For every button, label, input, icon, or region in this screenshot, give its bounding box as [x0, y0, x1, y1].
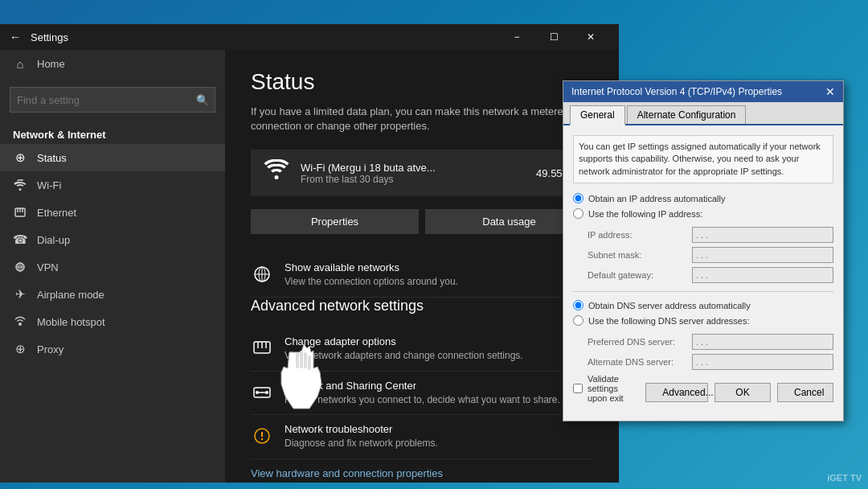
manual-dns-row: Use the following DNS server addresses:	[573, 315, 833, 326]
airplane-icon: ✈	[13, 287, 27, 302]
watermark: iGET TV	[827, 473, 862, 483]
auto-dns-label: Obtain DNS server address automatically	[588, 301, 751, 310]
cancel-button[interactable]: Cancel	[777, 383, 833, 402]
home-icon: ⌂	[13, 56, 27, 71]
maximize-button[interactable]: ☐	[535, 24, 572, 50]
manual-dns-label: Use the following DNS server addresses:	[588, 316, 750, 326]
svg-point-23	[261, 438, 263, 440]
sidebar-label-proxy: Proxy	[37, 343, 63, 355]
change-adapter-item[interactable]: Change adapter options View network adap…	[251, 327, 593, 372]
change-adapter-text: Change adapter options View network adap…	[285, 335, 523, 363]
vpn-icon	[13, 260, 27, 274]
tcp-tabs: General Alternate Configuration	[563, 102, 843, 125]
tab-alternate[interactable]: Alternate Configuration	[627, 105, 747, 124]
desktop: ← Settings − ☐ ✕ ⌂ Home 🔍	[0, 0, 868, 489]
page-subtitle: If you have a limited data plan, you can…	[251, 105, 572, 134]
tcp-dialog: Internet Protocol Version 4 (TCP/IPv4) P…	[563, 80, 844, 421]
main-content: Status If you have a limited data plan, …	[225, 50, 619, 483]
sidebar-item-status[interactable]: ⊕ Status	[0, 144, 225, 171]
sidebar-item-ethernet[interactable]: Ethernet	[0, 199, 225, 226]
close-button[interactable]: ✕	[572, 24, 609, 50]
properties-button[interactable]: Properties	[251, 209, 419, 234]
sidebar-item-hotspot[interactable]: Mobile hotspot	[0, 308, 225, 335]
hardware-link[interactable]: View hardware and connection properties	[251, 459, 443, 483]
manual-ip-radio[interactable]	[573, 208, 583, 219]
preferred-dns-row: Preferred DNS server:	[573, 334, 833, 350]
show-networks-item[interactable]: Show available networks View the connect…	[251, 253, 593, 298]
tcp-description: You can get IP settings assigned automat…	[573, 135, 833, 183]
minimize-button[interactable]: −	[498, 24, 535, 50]
alternate-dns-row: Alternate DNS server:	[573, 354, 833, 370]
auto-dns-radio[interactable]	[573, 300, 583, 310]
validate-checkbox[interactable]	[573, 384, 583, 393]
tcp-close-button[interactable]: ✕	[825, 86, 835, 97]
sharing-center-item[interactable]: Network and Sharing Center For the netwo…	[251, 372, 593, 416]
troubleshooter-title: Network troubleshooter	[285, 423, 438, 435]
sharing-icon	[251, 381, 273, 404]
auto-ip-radio[interactable]	[573, 193, 583, 203]
manual-dns-radio[interactable]	[573, 315, 583, 326]
dns-radio-group: Obtain DNS server address automatically …	[573, 300, 833, 326]
sidebar-item-dialup[interactable]: ☎ Dial-up	[0, 226, 225, 253]
sidebar-item-proxy[interactable]: ⊕ Proxy	[0, 335, 225, 363]
troubleshooter-desc: Diagnose and fix network problems.	[285, 438, 438, 450]
subnet-field-row: Subnet mask:	[573, 247, 833, 263]
manual-ip-label: Use the following IP address:	[588, 209, 702, 219]
sidebar-label-wifi: Wi-Fi	[37, 179, 61, 191]
sidebar: ⌂ Home 🔍 Network & Internet ⊕ Status	[0, 50, 225, 483]
manual-ip-row: Use the following IP address:	[573, 208, 833, 219]
svg-point-20	[265, 391, 268, 394]
sidebar-home-label: Home	[37, 58, 65, 70]
ip-field-row: IP address:	[573, 227, 833, 243]
window-controls: − ☐ ✕	[498, 24, 609, 50]
hotspot-icon	[13, 314, 27, 329]
network-card: Wi-Fi (Mergu i 18 buta atve... From the …	[251, 150, 593, 196]
sidebar-item-vpn[interactable]: VPN	[0, 253, 225, 281]
sharing-center-desc: For the networks you connect to, decide …	[285, 394, 560, 407]
ip-radio-group: Obtain an IP address automatically Use t…	[573, 193, 833, 219]
wifi-icon	[13, 178, 27, 192]
settings-titlebar: ← Settings − ☐ ✕	[0, 24, 619, 50]
subnet-input[interactable]	[692, 247, 833, 263]
gateway-label: Default gateway:	[588, 270, 692, 280]
sidebar-category: Network & Internet	[0, 122, 225, 144]
preferred-dns-input[interactable]	[692, 334, 833, 350]
gateway-field-row: Default gateway:	[573, 267, 833, 283]
validate-label: Validate settings upon exit	[588, 374, 639, 403]
network-info: Wi-Fi (Mergu i 18 buta atve... From the …	[301, 162, 536, 185]
auto-ip-row: Obtain an IP address automatically	[573, 193, 833, 203]
network-sub: From the last 30 days	[301, 174, 536, 185]
sidebar-item-wifi[interactable]: Wi-Fi	[0, 171, 225, 199]
settings-title: Settings	[31, 31, 498, 43]
validate-row: Validate settings upon exit	[573, 374, 639, 403]
sidebar-item-airplane[interactable]: ✈ Airplane mode	[0, 281, 225, 308]
sharing-center-title: Network and Sharing Center	[285, 380, 560, 392]
advanced-button[interactable]: Advanced...	[645, 383, 708, 402]
svg-point-8	[18, 323, 22, 326]
show-networks-desc: View the connection options around you.	[285, 276, 458, 289]
preferred-dns-label: Preferred DNS server:	[588, 337, 692, 347]
subnet-label: Subnet mask:	[588, 250, 692, 260]
ok-button[interactable]: OK	[714, 383, 771, 402]
search-input[interactable]	[10, 87, 215, 113]
tcp-dialog-title: Internet Protocol Version 4 (TCP/IPv4) P…	[571, 86, 782, 97]
troubleshooter-text: Network troubleshooter Diagnose and fix …	[285, 423, 438, 450]
tab-general[interactable]: General	[570, 105, 625, 125]
sidebar-item-home[interactable]: ⌂ Home	[0, 50, 225, 77]
settings-body: ⌂ Home 🔍 Network & Internet ⊕ Status	[0, 50, 619, 483]
auto-dns-row: Obtain DNS server address automatically	[573, 300, 833, 310]
sharing-center-text: Network and Sharing Center For the netwo…	[285, 380, 560, 407]
tcp-titlebar: Internet Protocol Version 4 (TCP/IPv4) P…	[563, 81, 843, 102]
dialup-icon: ☎	[13, 232, 27, 247]
sidebar-label-status: Status	[37, 152, 67, 164]
back-button[interactable]: ←	[10, 31, 21, 43]
alternate-dns-label: Alternate DNS server:	[588, 357, 692, 367]
ethernet-icon	[13, 205, 27, 220]
troubleshooter-item[interactable]: Network troubleshooter Diagnose and fix …	[251, 415, 593, 459]
network-card-icon	[264, 159, 289, 187]
ip-input[interactable]	[692, 227, 833, 243]
change-adapter-desc: View network adapters and change connect…	[285, 350, 523, 363]
alternate-dns-input[interactable]	[692, 354, 833, 370]
sidebar-label-airplane: Airplane mode	[37, 289, 104, 301]
gateway-input[interactable]	[692, 267, 833, 283]
